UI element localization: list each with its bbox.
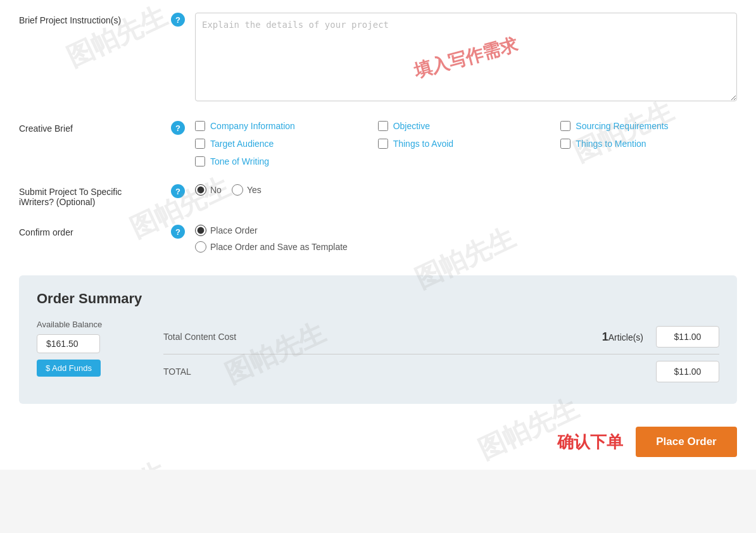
place-order-button[interactable]: Place Order [636, 427, 737, 457]
checkbox-company-info[interactable]: Company Information [195, 121, 372, 131]
place-order-template-group: Place Order and Save as Template [195, 241, 737, 253]
submit-specific-radio-group: No Yes [195, 184, 737, 196]
articles-count: 1Article(s) [567, 330, 643, 344]
checkbox-objective-input[interactable] [378, 121, 388, 131]
brief-instructions-label: Brief Project Instruction(s) [19, 13, 171, 25]
add-funds-button[interactable]: $ Add Funds [37, 360, 101, 377]
place-order-option[interactable]: Place Order [195, 225, 258, 236]
creative-brief-section: Creative Brief ? Company Information Obj… [19, 121, 737, 166]
confirm-order-content: Place Order Place Order and Save as Temp… [195, 225, 737, 258]
checkbox-things-to-mention[interactable]: Things to Mention [560, 139, 737, 149]
cost-table: Total Content Cost 1Article(s) $11.00 TO… [163, 320, 719, 389]
checkbox-target-audience[interactable]: Target Audience [195, 139, 372, 149]
submit-yes-label[interactable]: Yes [247, 185, 261, 195]
checkbox-things-to-avoid[interactable]: Things to Avoid [378, 139, 555, 149]
checkbox-target-label[interactable]: Target Audience [210, 139, 274, 149]
submit-yes-option[interactable]: Yes [232, 184, 261, 196]
bottom-bar: 确认下单 Place Order [19, 417, 737, 457]
creative-brief-content: Company Information Objective Sourcing R… [195, 121, 737, 166]
checkbox-objective-label[interactable]: Objective [393, 121, 430, 131]
checkbox-sourcing-requirements[interactable]: Sourcing Requirements [560, 121, 737, 131]
place-order-template-option[interactable]: Place Order and Save as Template [195, 241, 348, 253]
brief-instructions-content: 填入写作需求 [195, 13, 737, 103]
creative-brief-label: Creative Brief [19, 121, 171, 134]
place-order-radio-label[interactable]: Place Order [210, 225, 258, 235]
place-order-template-label[interactable]: Place Order and Save as Template [210, 242, 348, 252]
submit-no-radio[interactable] [195, 184, 206, 196]
confirm-order-help: ? [171, 225, 189, 239]
checkbox-sourcing-label[interactable]: Sourcing Requirements [576, 121, 668, 131]
checkbox-mention-input[interactable] [560, 139, 570, 149]
checkbox-company-info-input[interactable] [195, 121, 205, 131]
submit-yes-radio[interactable] [232, 184, 243, 196]
total-content-cost-label: Total Content Cost [163, 332, 567, 342]
checkbox-tone-input[interactable] [195, 156, 205, 166]
confirm-order-help-icon[interactable]: ? [171, 225, 185, 239]
checkbox-objective[interactable]: Objective [378, 121, 555, 131]
project-instructions-textarea[interactable] [195, 13, 737, 101]
submit-specific-help-icon[interactable]: ? [171, 184, 185, 198]
place-order-radio-input[interactable] [195, 225, 206, 236]
order-summary-title: Order Summary [37, 291, 719, 307]
content-cost-amount: $11.00 [656, 326, 719, 348]
creative-brief-help-icon[interactable]: ? [171, 121, 185, 135]
order-summary-body: Available Balance $161.50 $ Add Funds To… [37, 320, 719, 389]
checkbox-avoid-input[interactable] [378, 139, 388, 149]
textarea-wrapper: 填入写作需求 [195, 13, 737, 103]
order-summary-section: Order Summary Available Balance $161.50 … [19, 275, 737, 404]
balance-value: $161.50 [37, 334, 100, 353]
confirm-order-section: Confirm order ? Place Order Place Order … [19, 225, 737, 258]
confirm-order-radio-group: Place Order [195, 225, 737, 236]
checkbox-target-input[interactable] [195, 139, 205, 149]
balance-label: Available Balance [37, 320, 102, 329]
content-cost-row: Total Content Cost 1Article(s) $11.00 [163, 320, 719, 354]
total-amount: $11.00 [656, 361, 719, 382]
total-label: TOTAL [163, 367, 567, 377]
submit-specific-label: Submit Project To Specific iWriters? (Op… [19, 184, 171, 207]
submit-specific-section: Submit Project To Specific iWriters? (Op… [19, 184, 737, 207]
checkbox-avoid-label[interactable]: Things to Avoid [393, 139, 453, 149]
place-order-template-radio[interactable] [195, 241, 206, 253]
checkbox-sourcing-input[interactable] [560, 121, 570, 131]
brief-instructions-help-icon[interactable]: ? [171, 13, 185, 27]
checkbox-tone-of-writing[interactable]: Tone of Writing [195, 156, 372, 166]
checkbox-company-info-label[interactable]: Company Information [210, 121, 295, 131]
balance-section: Available Balance $161.50 $ Add Funds [37, 320, 138, 377]
checkbox-mention-label[interactable]: Things to Mention [576, 139, 646, 149]
confirm-order-label: Confirm order [19, 225, 171, 237]
creative-brief-help: ? [171, 121, 189, 135]
submit-specific-help: ? [171, 184, 189, 198]
submit-no-option[interactable]: No [195, 184, 222, 196]
submit-no-label[interactable]: No [210, 185, 222, 195]
submit-specific-content: No Yes [195, 184, 737, 201]
checkboxes-grid: Company Information Objective Sourcing R… [195, 121, 737, 166]
checkbox-tone-label[interactable]: Tone of Writing [210, 156, 269, 166]
brief-instructions-help: ? [171, 13, 189, 27]
total-row: TOTAL $11.00 [163, 354, 719, 389]
brief-instructions-section: Brief Project Instruction(s) ? 填入写作需求 [19, 13, 737, 103]
confirm-text: 确认下单 [557, 431, 623, 453]
